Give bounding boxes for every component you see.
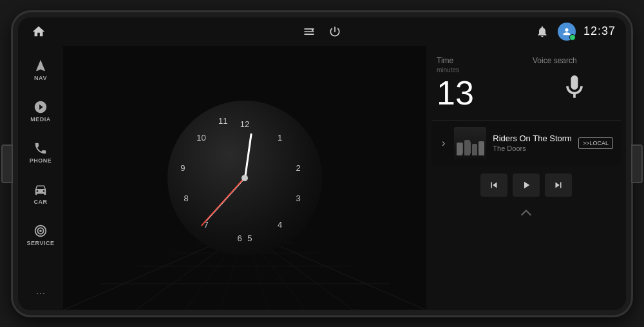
sidebar: NAV MEDIA PHONE [18, 46, 63, 310]
next-button[interactable] [545, 173, 572, 197]
album-art [454, 127, 486, 159]
bottom-chevron-button[interactable] [426, 204, 626, 220]
clock-num-3: 3 [296, 193, 301, 203]
menu-icon[interactable] [301, 24, 317, 39]
mounting-bracket-left [1, 144, 13, 183]
top-widgets: Time minutes 13 Voice search [426, 46, 626, 120]
song-info: Riders On The Storm The Doors [493, 134, 572, 152]
time-widget: Time minutes 13 [437, 56, 520, 110]
bell-icon[interactable] [535, 24, 550, 39]
sidebar-item-phone[interactable]: PHONE [21, 134, 60, 172]
clock-num-5: 5 [247, 233, 252, 243]
clock-num-1: 1 [278, 133, 282, 143]
chevron-up-icon [520, 208, 533, 216]
sidebar-item-nav[interactable]: NAV [21, 51, 60, 90]
clock-num-9: 9 [180, 163, 185, 172]
status-bar: 12:37 [18, 17, 626, 46]
sidebar-item-service[interactable]: SERVICE [21, 216, 60, 255]
media-controls [426, 166, 626, 204]
clock-num-12: 12 [240, 119, 249, 129]
voice-widget-label: Voice search [533, 56, 577, 65]
car-icon [33, 183, 48, 197]
sidebar-item-car[interactable]: CAR [21, 175, 60, 213]
clock-num-4: 4 [278, 220, 282, 230]
microphone-icon [560, 72, 589, 108]
clock-num-10: 10 [196, 133, 205, 143]
car-head-unit: 12:37 NAV MEDIA [13, 12, 631, 315]
band-photo [454, 127, 486, 159]
skip-previous-icon [488, 179, 500, 191]
now-playing-section: › Riders On The Storm The Doors [431, 121, 621, 166]
clock-center-dot [242, 175, 248, 181]
time-widget-value: 13 [437, 76, 520, 110]
skip-next-icon [553, 179, 564, 191]
status-bar-center [224, 24, 420, 39]
play-icon [520, 179, 532, 191]
phone-label: PHONE [30, 157, 52, 164]
analog-clock: 12 1 2 3 4 5 6 7 8 9 10 11 [161, 94, 328, 262]
expand-button[interactable]: › [439, 135, 448, 152]
status-bar-left [28, 21, 224, 42]
phone-icon [33, 141, 48, 155]
navigation-icon [33, 59, 48, 73]
service-icon [33, 224, 48, 238]
media-icon [33, 100, 48, 114]
local-badge[interactable]: >>LOCAL [578, 137, 613, 149]
clock-area: 12 1 2 3 4 5 6 7 8 9 10 11 [63, 46, 426, 310]
time-widget-sublabel: minutes [437, 66, 520, 74]
right-panel: Time minutes 13 Voice search [426, 46, 626, 310]
time-widget-label: Time [437, 56, 520, 65]
media-label: MEDIA [30, 116, 51, 123]
home-button[interactable] [28, 21, 49, 42]
car-label: CAR [34, 199, 48, 205]
clock-num-6: 6 [238, 233, 242, 243]
sidebar-item-media[interactable]: MEDIA [21, 92, 60, 131]
clock-num-8: 8 [184, 193, 188, 203]
voice-widget: Voice search [533, 56, 616, 110]
avatar[interactable] [558, 23, 576, 41]
screen: 12:37 NAV MEDIA [18, 17, 626, 310]
main-area: NAV MEDIA PHONE [18, 46, 626, 310]
microphone-button[interactable] [555, 70, 594, 109]
service-label: SERVICE [27, 240, 55, 246]
status-bar-right: 12:37 [420, 23, 616, 41]
status-time: 12:37 [583, 25, 616, 38]
song-title: Riders On The Storm [493, 134, 572, 143]
clock-num-2: 2 [296, 163, 301, 172]
clock-num-11: 11 [218, 116, 227, 126]
nav-label: NAV [34, 75, 47, 81]
previous-button[interactable] [480, 173, 507, 197]
more-button[interactable]: ··· [30, 281, 50, 305]
song-artist: The Doors [493, 144, 572, 152]
mounting-bracket-right [631, 144, 643, 183]
power-icon[interactable] [327, 24, 343, 39]
play-pause-button[interactable] [513, 173, 540, 197]
